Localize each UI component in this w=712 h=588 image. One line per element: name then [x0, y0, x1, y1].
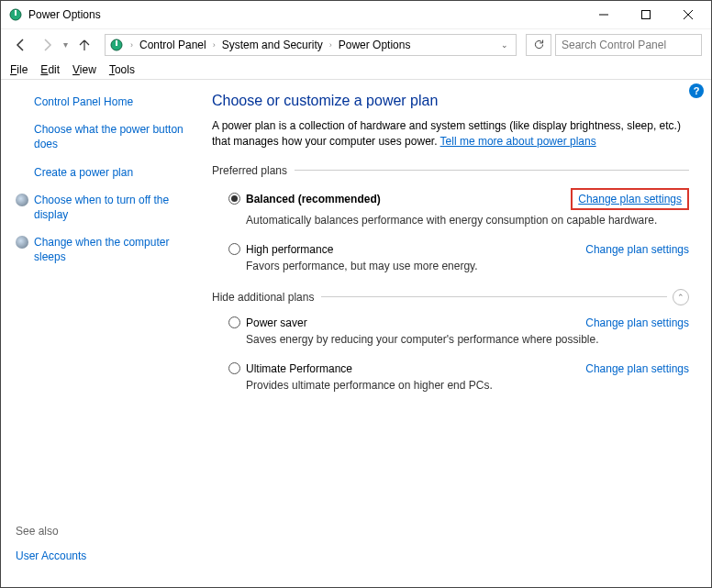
help-icon[interactable]: ?	[689, 83, 704, 98]
plan-balanced-desc: Automatically balances performance with …	[228, 214, 689, 227]
chevron-right-icon[interactable]: ›	[129, 40, 134, 50]
back-button[interactable]	[10, 34, 32, 56]
menu-file[interactable]: File	[10, 63, 28, 76]
menu-view[interactable]: View	[72, 63, 96, 76]
sidebar: Control Panel Home Choose what the power…	[1, 80, 199, 587]
sidebar-create-plan[interactable]: Create a power plan	[16, 165, 188, 180]
address-box[interactable]: › Control Panel › System and Security › …	[105, 34, 517, 56]
plan-ultimate-radio[interactable]	[228, 362, 240, 374]
window-title: Power Options	[28, 8, 583, 21]
menu-bar: File Edit View Tools	[1, 60, 711, 80]
menu-edit[interactable]: Edit	[40, 63, 60, 76]
titlebar: Power Options	[1, 1, 711, 28]
sidebar-control-panel-home[interactable]: Control Panel Home	[16, 94, 188, 109]
breadcrumb-system-security[interactable]: System and Security	[218, 37, 327, 53]
plan-ultimate-desc: Provides ultimate performance on higher …	[228, 379, 689, 392]
change-plan-settings-high-performance[interactable]: Change plan settings	[585, 243, 689, 256]
plan-power-saver-radio[interactable]	[228, 316, 240, 328]
sidebar-power-button[interactable]: Choose what the power button does	[16, 122, 188, 151]
change-plan-settings-power-saver[interactable]: Change plan settings	[585, 316, 689, 329]
sidebar-user-accounts[interactable]: User Accounts	[16, 549, 188, 563]
plan-balanced: Balanced (recommended) Change plan setti…	[212, 188, 689, 227]
plan-balanced-radio[interactable]	[228, 193, 240, 205]
search-box[interactable]	[555, 34, 702, 56]
refresh-button[interactable]	[526, 34, 551, 56]
window: Power Options ▾ › Control Panel › System…	[0, 0, 712, 588]
address-dropdown-button[interactable]: ⌄	[497, 40, 512, 50]
breadcrumb-control-panel[interactable]: Control Panel	[136, 37, 210, 53]
plan-power-saver-desc: Saves energy by reducing your computer's…	[228, 333, 689, 346]
breadcrumb-power-options[interactable]: Power Options	[335, 37, 415, 53]
sidebar-turn-off-display[interactable]: Choose when to turn off the display	[16, 193, 188, 222]
forward-button[interactable]	[36, 34, 58, 56]
plan-high-performance-radio[interactable]	[228, 243, 240, 255]
svg-rect-1	[15, 10, 17, 16]
window-controls	[583, 1, 709, 28]
plan-balanced-name[interactable]: Balanced (recommended)	[246, 193, 381, 205]
search-input[interactable]	[562, 39, 699, 51]
svg-rect-3	[642, 11, 651, 19]
minimize-button[interactable]	[583, 1, 625, 28]
collapse-icon[interactable]: ⌃	[673, 289, 689, 305]
plan-power-saver-name[interactable]: Power saver	[246, 316, 307, 329]
main-content: ? Choose or customize a power plan A pow…	[199, 80, 711, 587]
plan-high-performance-name[interactable]: High performance	[246, 243, 333, 256]
hide-additional-label[interactable]: Hide additional plans ⌃	[212, 289, 689, 305]
maximize-button[interactable]	[625, 1, 667, 28]
page-description: A power plan is a collection of hardware…	[212, 118, 689, 150]
plan-power-saver: Power saver Change plan settings Saves e…	[212, 316, 689, 346]
sidebar-computer-sleeps[interactable]: Change when the computer sleeps	[16, 235, 188, 264]
tell-me-more-link[interactable]: Tell me more about power plans	[440, 135, 596, 148]
see-also-label: See also	[16, 525, 188, 538]
page-heading: Choose or customize a power plan	[212, 93, 689, 109]
recent-locations-dropdown[interactable]: ▾	[63, 39, 68, 50]
power-options-icon	[8, 7, 23, 22]
plan-ultimate: Ultimate Performance Change plan setting…	[212, 362, 689, 392]
power-options-icon	[109, 38, 124, 52]
chevron-right-icon[interactable]: ›	[328, 40, 333, 50]
plan-ultimate-name[interactable]: Ultimate Performance	[246, 362, 352, 375]
svg-rect-7	[116, 40, 117, 46]
change-plan-settings-ultimate[interactable]: Change plan settings	[585, 362, 689, 375]
plan-high-performance: High performance Change plan settings Fa…	[212, 243, 689, 272]
change-plan-settings-balanced[interactable]: Change plan settings	[571, 188, 689, 210]
preferred-plans-label: Preferred plans	[212, 164, 689, 177]
address-bar: ▾ › Control Panel › System and Security …	[1, 28, 711, 60]
menu-tools[interactable]: Tools	[109, 63, 135, 76]
body: Control Panel Home Choose what the power…	[1, 80, 711, 587]
close-button[interactable]	[667, 1, 709, 28]
chevron-right-icon[interactable]: ›	[212, 40, 217, 50]
plan-high-performance-desc: Favors performance, but may use more ene…	[228, 260, 689, 272]
up-button[interactable]	[73, 34, 95, 56]
